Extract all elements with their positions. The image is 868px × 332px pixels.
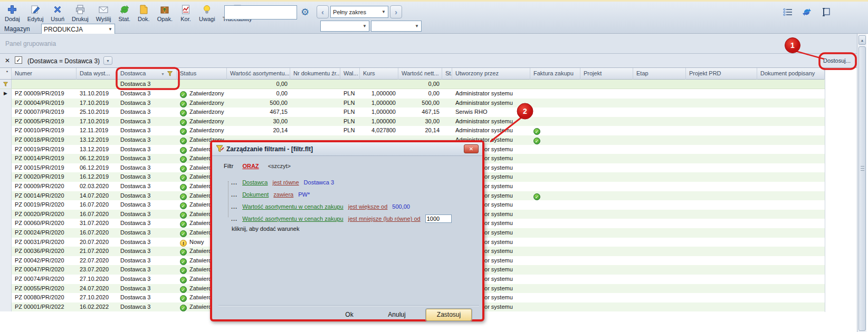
condition-field-link[interactable]: Dokument [242,191,269,198]
purchase-invoice-check-icon: ✓ [533,138,540,144]
filtr-label: Filtr [224,163,233,169]
condition-operator-link[interactable]: jest mniejsze (lub równe) od [348,216,421,222]
status-ok-icon: ✓ [180,267,187,274]
condition-value-input[interactable] [425,214,452,223]
column-header-dokpodp[interactable]: Dokument podpisany [757,68,825,80]
column-header-dostawca[interactable]: Dostawca ▼ [117,68,177,80]
customize-button[interactable]: Dostosuj... [823,57,854,64]
column-header-netto[interactable]: Wartość nett... [398,68,442,80]
add-condition-hint[interactable]: kliknij, aby dodać warunek [232,226,299,232]
column-header-projektprd[interactable]: Projekt PRD [686,68,757,80]
row-indicator [0,108,12,117]
column-header-numer[interactable]: Numer [12,68,77,80]
filter-cell-netto[interactable]: 0,00 [398,80,442,89]
operator-link[interactable]: ORAZ [242,163,259,169]
table-row[interactable]: PZ 00010/PR/201912.11.2019Dostawca 3✓Zat… [0,126,825,135]
condition-value[interactable]: 500,00 [392,203,410,210]
cell-dostawca: Dostawca 3 [117,200,177,210]
filter-enabled-checkbox[interactable]: ✓ [15,56,22,64]
cancel-button[interactable]: Anuluj [376,311,418,318]
main-toolbar: DodajEdytujUsuńDrukujWyślijStat.Dok.Opak… [0,2,868,34]
range-prev-button[interactable]: ‹ [317,5,329,18]
search-input[interactable] [224,5,297,19]
toolbar-button-drukuj[interactable]: Drukuj [68,3,92,23]
column-header-utworzony[interactable]: Utworzony przez [452,68,530,80]
cell-data: 24.07.2020 [77,284,117,294]
column-header-st[interactable]: St... [442,68,452,80]
condition-operator-link[interactable]: jest równe [272,179,299,185]
delete-icon [52,4,63,15]
row-indicator [0,275,12,284]
column-header-nrdok[interactable]: Nr dokumentu źr... [290,68,340,80]
magazyn-select[interactable]: PRODUKCJA ▼ [41,24,115,35]
condition-field-link[interactable]: Wartość asortymentu w cenach zakupu [242,203,344,210]
toolbar-button-wylij[interactable]: Wyślij [92,3,115,23]
condition-value[interactable]: PW* [298,191,310,198]
root-node-label: <szczyt> [268,163,291,169]
cell-status: ✓Zatwierdzony [177,126,227,135]
toolbar-button-uwagi[interactable]: Uwagi [195,3,219,23]
cell-kurs: 1,000000 [360,117,398,126]
gear-icon[interactable]: ⚙ [301,6,309,18]
column-header-projekt[interactable]: Projekt [580,68,633,80]
table-row[interactable]: PZ 00005/PR/201917.10.2019Dostawca 3✓Zat… [0,117,825,126]
column-header-waluta[interactable]: Wal... [340,68,360,80]
table-row[interactable]: PZ 00004/PR/201917.10.2019Dostawca 3✓Zat… [0,99,825,108]
range-select[interactable]: Pełny zakres ▼ [330,6,388,18]
toolbar-button-dok[interactable]: Dok. [134,3,154,23]
add-icon [6,4,18,15]
ok-button[interactable]: Ok [328,311,370,318]
text-select-icon[interactable] [821,7,831,17]
dialog-title: Zarządzanie filtrami - [filtr.flt] [226,145,313,153]
column-header-faktura[interactable]: Faktura zakupu [530,68,580,80]
status-ok-icon: ✓ [180,258,187,265]
dialog-close-button[interactable]: ✕ [464,144,479,153]
cell-numer: PZ 00024/PR/2020 [12,228,77,238]
toolbar-button-edytuj[interactable]: Edytuj [24,3,47,23]
scroll-up-button[interactable]: ▲ [859,35,866,45]
condition-menu-button[interactable]: ... [231,179,237,185]
cell-waluta: PLN [340,126,360,135]
column-header-status[interactable]: Status [177,68,227,80]
extra-select-1[interactable]: ▼ [320,21,369,32]
condition-menu-button[interactable]: ... [231,191,237,198]
condition-field-link[interactable]: Dostawca [242,179,268,185]
condition-operator-link[interactable]: zawiera [273,191,293,198]
cell-numer: PZ 00019/PR/2020 [12,200,77,210]
column-header-etap[interactable]: Etap [633,68,686,80]
cell-data: 23.07.2020 [77,265,117,275]
toolbar-button-kor[interactable]: Kor. [176,3,195,23]
filter-dropdown-button[interactable]: ▼ [103,56,112,65]
toolbar-button-stat[interactable]: Stat. [115,3,134,23]
table-row[interactable]: ▶PZ 00009/PR/201931.10.2019Dostawca 3✓Za… [0,89,825,99]
table-row[interactable]: PZ 00007/PR/201925.10.2019Dostawca 3✓Zat… [0,108,825,117]
grouping-panel[interactable]: Panel grupowania [0,34,857,54]
list-view-icon[interactable] [783,7,793,17]
condition-field-link[interactable]: Wartość asortymentu w cenach zakupu [242,216,344,222]
filter-cell-wartosc[interactable]: 0,00 [227,80,290,89]
column-header-ind[interactable]: * [0,68,12,79]
column-filter-icon[interactable] [167,71,173,76]
toolbar-button-opak[interactable]: Opak. [154,3,176,23]
condition-menu-button[interactable]: ... [231,216,237,222]
scrollbar-thumb[interactable] [859,46,866,331]
extra-select-2[interactable]: ▼ [371,21,422,32]
toolbar-button-usu[interactable]: Usuń [47,3,68,23]
filter-cell-dostawca[interactable]: Dostawca 3 [117,80,177,89]
refresh-icon[interactable] [802,7,812,17]
dialog-titlebar[interactable]: Zarządzanie filtrami - [filtr.flt] ✕ [212,142,482,156]
filter-remove-icon[interactable]: ✕ [5,57,10,64]
apply-button[interactable]: Zastosuj [426,309,472,321]
vertical-scrollbar[interactable]: ▲ [857,34,866,332]
cell-dostawca: Dostawca 3 [117,275,177,284]
column-header-kurs[interactable]: Kurs [360,68,398,80]
column-header-wartosc[interactable]: Wartość asortymentu... [227,68,290,80]
condition-value[interactable]: Dostawca 3 [304,179,334,185]
column-header-data[interactable]: Data wyst... [77,68,117,80]
grid-autofilter-row[interactable]: Dostawca 30,000,00 [0,80,825,89]
range-next-button[interactable]: › [390,5,402,18]
condition-menu-button[interactable]: ... [231,203,237,210]
condition-operator-link[interactable]: jest większe od [348,203,388,210]
bulb-icon [201,4,213,15]
toolbar-button-dodaj[interactable]: Dodaj [1,3,24,23]
